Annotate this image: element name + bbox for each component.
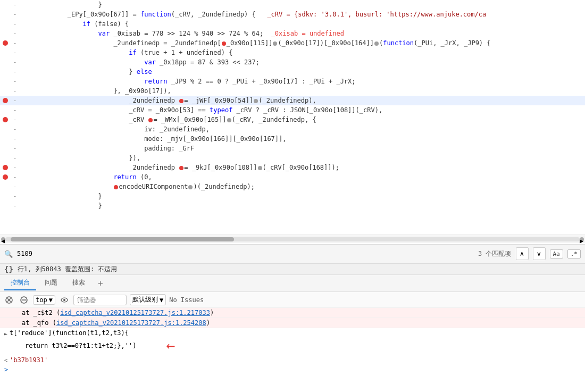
- code-line: - var _0x18pp = 87 & 393 << 237;: [0, 57, 585, 67]
- code-line: - if (false) {: [0, 19, 585, 29]
- gutter-dot: [0, 98, 11, 103]
- line-content: }),: [19, 153, 585, 163]
- no-issues-label: No Issues: [169, 296, 204, 304]
- red-arrow-indicator: ←: [166, 337, 176, 354]
- indent-space-2: [4, 319, 20, 327]
- code-line: - }: [0, 0, 585, 10]
- clear-console-button[interactable]: [3, 294, 15, 306]
- line-content: encodeURIComponent)(_2undefinedp);: [19, 182, 585, 191]
- error-link-2[interactable]: isd_captcha_v20210125173727.js:1.254208: [56, 319, 206, 327]
- line-content: if (true + 1 + undefined) {: [19, 48, 585, 57]
- case-sensitive-button[interactable]: Aa: [550, 249, 563, 258]
- reduce-line-2-text: return t3%2==0?t1:t1+t2;},''): [10, 342, 156, 349]
- line-dash: -: [11, 163, 19, 172]
- block-button[interactable]: [18, 294, 30, 306]
- tab-issues[interactable]: 问题: [38, 276, 64, 290]
- level-selector[interactable]: 默认级别 ▼: [130, 294, 166, 305]
- level-label: 默认级别: [132, 295, 158, 304]
- line-content: } else: [19, 67, 585, 77]
- block-icon: [20, 296, 28, 304]
- reduce-line-1: t['reduce'](function(t1,t2,t3){: [10, 329, 581, 337]
- code-line: - }: [0, 191, 585, 201]
- prev-match-button[interactable]: ∧: [516, 247, 529, 260]
- line-content: }: [19, 191, 585, 201]
- gutter-dot: [0, 117, 11, 122]
- line-dash: -: [11, 77, 19, 86]
- line-dash: -: [11, 153, 19, 163]
- status-text: 行1, 列50843 覆盖范围: 不适用: [18, 265, 117, 274]
- code-editor: - } - _EPy[_0x90o[67]] = function(_cRV, …: [0, 0, 585, 244]
- line-content: if (false) {: [19, 19, 585, 29]
- line-content: _EPy[_0x90o[67]] = function(_cRV, _2unde…: [19, 10, 585, 19]
- line-content: iv: _2undefinedp,: [19, 124, 585, 134]
- error-text-1: at _c$t2 (isd_captcha_v20210125173727.js…: [22, 309, 214, 316]
- scrollbar-thumb[interactable]: [11, 237, 234, 241]
- code-line: - _cRV = _WMx[_0x90o[165]](_cRV, _2undef…: [0, 115, 585, 124]
- console-error-line: at _c$t2 (isd_captcha_v20210125173727.js…: [0, 308, 585, 318]
- line-content: _2undefinedp = _9kJ[_0x90o[108]](_cRV[_0…: [19, 163, 585, 172]
- level-dropdown-icon: ▼: [160, 296, 163, 304]
- next-match-button[interactable]: ∨: [533, 247, 546, 260]
- line-dash: -: [11, 124, 19, 134]
- reduce-block: ► t['reduce'](function(t1,t2,t3){ return…: [0, 328, 585, 355]
- line-content: }: [19, 201, 585, 211]
- line-dash: -: [11, 96, 19, 105]
- scroll-right-btn[interactable]: ▶: [580, 237, 584, 241]
- line-content: _cRV = _0x90o[53] == typeof _cRV ? _cRV …: [19, 105, 585, 115]
- line-dash: -: [11, 67, 19, 77]
- status-bar: {} 行1, 列50843 覆盖范围: 不适用: [0, 263, 585, 275]
- code-line: - _2undefinedp = _9kJ[_0x90o[108]](_cRV[…: [0, 163, 585, 172]
- code-line: - iv: _2undefinedp,: [0, 124, 585, 134]
- code-line-highlighted: - _2undefinedp = _jWF[_0x90o[54]](_2unde…: [0, 96, 585, 105]
- line-dash: -: [11, 38, 19, 48]
- line-content: _2undefinedp = _2undefinedp[_0x90o[115]]…: [19, 38, 585, 48]
- line-dash: -: [11, 201, 19, 211]
- gutter-dot: [0, 40, 11, 46]
- code-line: - } else: [0, 67, 585, 77]
- gutter-dot: [0, 174, 11, 180]
- top-frame-selector[interactable]: top ▼: [33, 295, 55, 305]
- code-line: - }: [0, 201, 585, 211]
- result-value: 'b37b1931': [10, 356, 48, 364]
- tab-search[interactable]: 搜索: [66, 276, 91, 290]
- prompt-icon: >: [4, 366, 8, 373]
- line-dash: -: [11, 105, 19, 115]
- filter-input[interactable]: [73, 295, 127, 305]
- error-text-2: at _qfo (isd_captcha_v20210125173727.js:…: [22, 319, 210, 327]
- line-content: padding: _GrF: [19, 144, 585, 153]
- line-dash: -: [11, 144, 19, 153]
- dropdown-arrow-icon: ▼: [49, 296, 53, 304]
- indent-space: [4, 309, 20, 316]
- console-error-line-2: at _qfo (isd_captcha_v20210125173727.js:…: [0, 318, 585, 328]
- search-input[interactable]: [17, 250, 474, 257]
- line-content: _2undefinedp = _jWF[_0x90o[54]](_2undefi…: [19, 96, 585, 105]
- status-icon: {}: [4, 265, 13, 273]
- code-line: - _2undefinedp = _2undefinedp[_0x90o[115…: [0, 38, 585, 48]
- regex-button[interactable]: .*: [567, 249, 581, 258]
- horizontal-scrollbar[interactable]: ◀ ▶: [0, 235, 585, 243]
- console-tabs: 控制台 问题 搜索 +: [0, 275, 585, 292]
- search-icon: 🔍: [4, 250, 13, 258]
- code-lines: - } - _EPy[_0x90o[67]] = function(_cRV, …: [0, 0, 585, 235]
- tab-console[interactable]: 控制台: [4, 276, 36, 290]
- svg-point-6: [63, 299, 65, 301]
- scrollbar-track[interactable]: [5, 237, 580, 241]
- eye-icon: [61, 297, 68, 303]
- scroll-left-btn[interactable]: ◀: [1, 237, 5, 241]
- line-content: _cRV = _WMx[_0x90o[165]](_cRV, _2undefin…: [19, 115, 585, 124]
- prompt-line: >: [0, 365, 585, 374]
- error-link-1[interactable]: isd_captcha_v20210125173727.js:1.217033: [60, 309, 210, 316]
- console-toolbar: top ▼ 默认级别 ▼ No Issues: [0, 292, 585, 308]
- search-input-container: [17, 250, 474, 257]
- line-dash: -: [11, 182, 19, 191]
- tab-add-button[interactable]: +: [94, 276, 107, 290]
- eye-button[interactable]: [59, 294, 70, 306]
- reduce-line-2: return t3%2==0?t1:t1+t2;},'') ←: [10, 337, 581, 354]
- search-bar: 🔍 3 个匹配项 ∧ ∨ Aa .*: [0, 244, 585, 263]
- console-panel: 控制台 问题 搜索 + top ▼: [0, 275, 585, 392]
- code-line: - }, _0x90o[17]),: [0, 86, 585, 96]
- result-line: < 'b37b1931': [0, 355, 585, 365]
- code-line: - if (true + 1 + undefined) {: [0, 48, 585, 57]
- line-dash: -: [11, 19, 19, 29]
- expand-arrow-icon[interactable]: ►: [4, 331, 7, 337]
